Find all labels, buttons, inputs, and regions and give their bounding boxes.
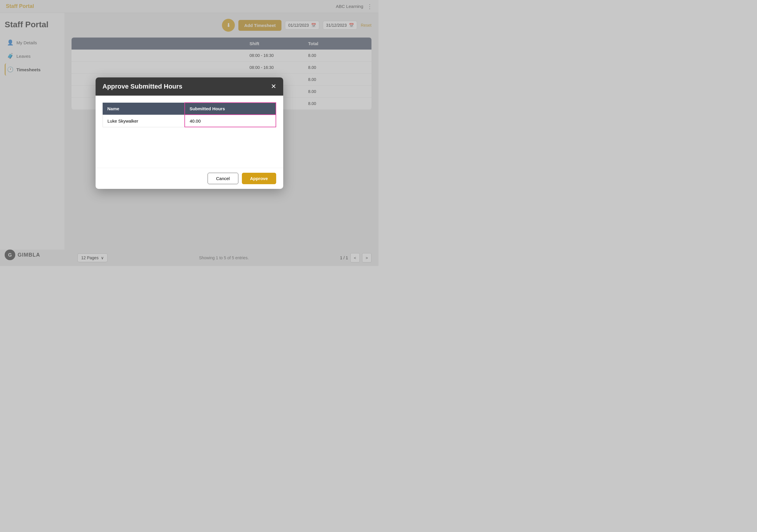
approve-modal: Approve Submitted Hours ✕ Name Submitted… (96, 78, 283, 189)
modal-title: Approve Submitted Hours (103, 83, 183, 90)
submitted-hours-value: 40.00 (185, 115, 276, 127)
name-column-header: Name (103, 103, 185, 115)
modal-close-button[interactable]: ✕ (271, 83, 276, 90)
table-row: Luke Skywalker 40.00 (103, 115, 276, 127)
modal-header: Approve Submitted Hours ✕ (96, 78, 283, 96)
hours-column-header: Submitted Hours (185, 103, 276, 115)
cancel-button[interactable]: Cancel (208, 173, 238, 184)
modal-overlay: Approve Submitted Hours ✕ Name Submitted… (0, 0, 378, 266)
submitted-hours-table: Name Submitted Hours Luke Skywalker 40.0… (103, 103, 276, 127)
employee-name: Luke Skywalker (103, 115, 185, 127)
modal-footer: Cancel Approve (96, 168, 283, 189)
approve-button[interactable]: Approve (242, 173, 276, 184)
modal-body: Name Submitted Hours Luke Skywalker 40.0… (96, 96, 283, 168)
